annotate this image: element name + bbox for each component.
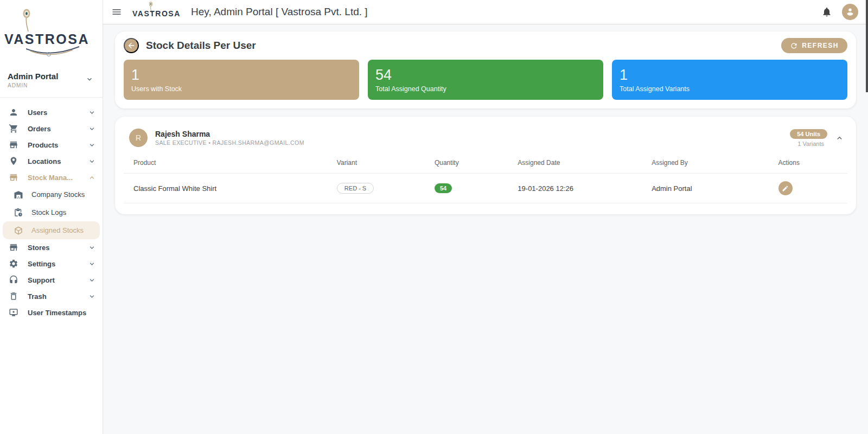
col-quantity: Quantity — [431, 154, 514, 174]
peacock-feather-icon — [21, 9, 35, 33]
package-box-icon — [13, 225, 24, 236]
monitor-icon — [8, 307, 19, 318]
chevron-down-icon — [88, 292, 96, 301]
pencil-icon — [782, 185, 789, 192]
col-product: Product — [124, 154, 334, 174]
refresh-icon — [790, 42, 798, 50]
user-subtitle: SALE EXECUTIVE • RAJESH.SHARMA@GMAIL.COM — [155, 139, 304, 146]
sidebar-item-company-stocks[interactable]: Company Stocks — [0, 186, 103, 203]
sidebar-item-settings[interactable]: Settings — [0, 256, 103, 272]
assigned-stock-table: Product Variant Quantity Assigned Date A… — [124, 154, 847, 203]
bell-icon[interactable] — [821, 7, 832, 17]
sidebar-item-orders[interactable]: Orders — [0, 120, 103, 137]
quantity-badge: 54 — [435, 183, 452, 193]
cell-product: Classic Formal White Shirt — [124, 174, 334, 203]
col-variant: Variant — [334, 154, 431, 174]
stat-value: 1 — [620, 67, 840, 84]
brand-logo-text: VASTROSA — [4, 31, 90, 47]
units-badge: 54 Units — [790, 129, 827, 139]
chevron-down-icon — [88, 260, 96, 268]
chevron-down-icon — [85, 75, 94, 86]
avatar: R — [129, 129, 148, 147]
cell-assigned-by: Admin Portal — [648, 174, 775, 203]
sidebar-item-locations[interactable]: Locations — [0, 153, 103, 169]
clipboard-clock-icon — [13, 207, 24, 218]
sidebar-nav: Users Orders Products Locations Stock Ma… — [0, 102, 103, 434]
headset-icon — [8, 275, 19, 285]
stat-label: Total Assigned Quantity — [375, 85, 596, 93]
chevron-down-icon — [88, 141, 96, 149]
stat-value: 1 — [131, 67, 352, 84]
chevron-up-icon — [88, 174, 96, 182]
cart-icon — [8, 123, 19, 134]
back-button[interactable] — [124, 38, 139, 53]
account-avatar-icon[interactable] — [842, 4, 858, 20]
location-pin-icon — [8, 156, 19, 167]
sidebar-item-user-timestamps[interactable]: User Timestamps — [0, 304, 103, 321]
col-assigned-date: Assigned Date — [514, 154, 648, 174]
storefront-icon — [8, 139, 19, 150]
person-icon — [8, 107, 19, 118]
user-name: Rajesh Sharma — [155, 130, 304, 138]
page-greeting: Hey, Admin Portal [ Vastrosa Pvt. Ltd. ] — [191, 6, 368, 18]
stat-card-total-assigned-variants: 1 Total Assigned Variants — [612, 60, 847, 100]
sidebar-item-stock-logs[interactable]: Stock Logs — [0, 203, 103, 221]
chevron-down-icon — [88, 244, 96, 252]
trash-icon — [8, 291, 19, 302]
topbar: VASTROSA Hey, Admin Portal [ Vastrosa Pv… — [103, 0, 868, 24]
gear-icon — [8, 258, 19, 269]
profile-role: ADMIN — [8, 82, 96, 88]
sidebar-item-trash[interactable]: Trash — [0, 288, 103, 304]
sidebar-item-users[interactable]: Users — [0, 104, 103, 120]
refresh-button[interactable]: REFRESH — [781, 38, 847, 53]
arrow-left-icon — [127, 41, 136, 50]
sidebar-item-stock-management[interactable]: Stock Mana... — [0, 169, 103, 186]
cell-assigned-date: 19-01-2026 12:26 — [514, 174, 648, 203]
chevron-up-icon[interactable] — [835, 133, 844, 143]
menu-icon[interactable] — [110, 5, 124, 19]
chevron-down-icon — [88, 108, 96, 117]
sidebar-item-products[interactable]: Products — [0, 137, 103, 153]
storefront-icon — [8, 172, 19, 183]
sidebar-item-support[interactable]: Support — [0, 272, 103, 288]
scrollbar[interactable] — [866, 0, 868, 92]
stat-value: 54 — [375, 67, 596, 84]
chevron-down-icon — [88, 276, 96, 284]
page-title: Stock Details Per User — [146, 40, 256, 52]
profile-name: Admin Portal — [8, 72, 96, 81]
user-row-header[interactable]: R Rajesh Sharma SALE EXECUTIVE • RAJESH.… — [124, 124, 847, 154]
stat-label: Total Assigned Variants — [620, 85, 840, 93]
user-stock-panel: R Rajesh Sharma SALE EXECUTIVE • RAJESH.… — [115, 117, 856, 214]
sidebar-item-stores[interactable]: Stores — [0, 239, 103, 256]
table-header-row: Product Variant Quantity Assigned Date A… — [124, 154, 847, 174]
col-assigned-by: Assigned By — [648, 154, 775, 174]
storefront-icon — [8, 242, 19, 253]
stat-label: Users with Stock — [131, 85, 352, 93]
stat-card-total-assigned-quantity: 54 Total Assigned Quantity — [368, 60, 603, 100]
chevron-down-icon — [88, 125, 96, 133]
stat-card-users-with-stock: 1 Users with Stock — [124, 60, 359, 100]
table-row: Classic Formal White Shirt RED - S 54 19… — [124, 174, 847, 203]
sidebar-item-assigned-stocks[interactable]: Assigned Stocks — [3, 221, 100, 239]
brand-logo: VASTROSA — [0, 0, 103, 64]
variants-count: 1 Variants — [797, 141, 824, 147]
main-area: VASTROSA Hey, Admin Portal [ Vastrosa Pv… — [103, 0, 868, 434]
sidebar-divider — [0, 97, 103, 98]
stats-row: 1 Users with Stock 54 Total Assigned Qua… — [124, 60, 847, 100]
col-actions: Actions — [775, 154, 847, 174]
refresh-label: REFRESH — [802, 42, 839, 49]
stock-details-panel: Stock Details Per User REFRESH 1 Users w… — [115, 31, 856, 108]
sidebar-profile[interactable]: Admin Portal ADMIN — [0, 64, 103, 94]
chevron-down-icon — [88, 157, 96, 165]
edit-button[interactable] — [778, 181, 793, 195]
topbar-brand-logo: VASTROSA — [131, 3, 183, 21]
brand-logo-text: VASTROSA — [132, 9, 181, 18]
sidebar: VASTROSA Admin Portal ADMIN Users Orders — [0, 0, 103, 434]
warehouse-icon — [13, 189, 24, 200]
logo-swirl — [26, 46, 80, 58]
content: Stock Details Per User REFRESH 1 Users w… — [103, 24, 868, 434]
variant-chip: RED - S — [337, 183, 374, 194]
